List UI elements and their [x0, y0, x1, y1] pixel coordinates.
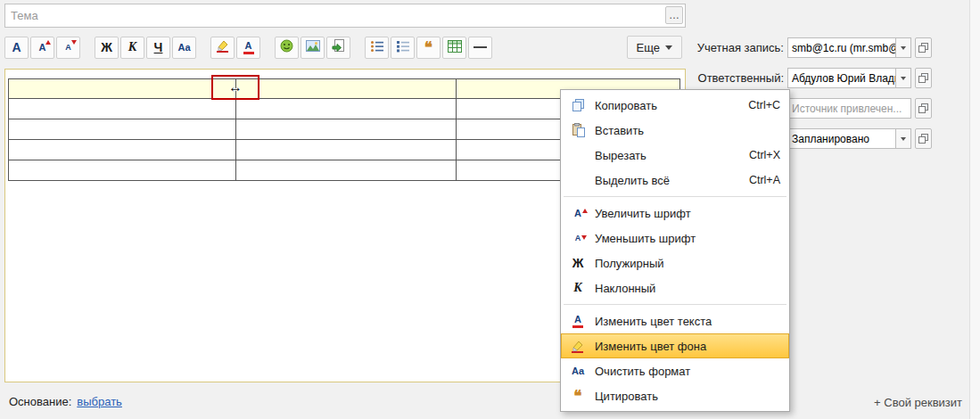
- background-color-icon: [566, 340, 589, 353]
- font-increase-button[interactable]: А: [30, 37, 54, 59]
- underline-icon: Ч: [154, 41, 163, 53]
- bullet-list-button[interactable]: [365, 37, 389, 59]
- source-placeholder[interactable]: Источник привлечен...: [788, 103, 910, 115]
- responsible-open-button[interactable]: [915, 68, 932, 88]
- open-icon: [918, 43, 928, 53]
- attach-button[interactable]: [326, 37, 350, 59]
- custom-attribute-link[interactable]: + Свой реквизит: [874, 396, 962, 409]
- more-button-label: Еще: [637, 41, 660, 54]
- account-open-button[interactable]: [915, 37, 932, 58]
- status-open-button[interactable]: [915, 128, 932, 149]
- bullet-list-icon: [370, 40, 384, 55]
- status-value[interactable]: Запланировано: [788, 133, 895, 145]
- table-cell[interactable]: [236, 119, 457, 140]
- open-icon: [918, 134, 928, 144]
- basis-select-link[interactable]: выбрать: [77, 395, 122, 408]
- image-button[interactable]: [301, 37, 325, 59]
- table-cell[interactable]: [9, 79, 236, 99]
- font-icon: А: [12, 41, 21, 53]
- subject-row: …: [4, 4, 686, 28]
- quote-icon: ❝: [424, 40, 432, 55]
- basis-row: Основание: выбрать: [9, 395, 122, 408]
- status-field[interactable]: Запланировано: [787, 128, 911, 149]
- bold-icon: Ж: [101, 41, 112, 53]
- menu-item-increase-font[interactable]: А Увеличить шрифт: [561, 201, 789, 226]
- responsible-field[interactable]: Абдулов Юрий Влади: [787, 68, 911, 88]
- font-button[interactable]: А: [4, 37, 29, 59]
- quote-button[interactable]: ❝: [416, 37, 441, 59]
- horizontal-line-button[interactable]: [468, 37, 492, 59]
- source-field[interactable]: Источник привлечен...: [787, 98, 911, 119]
- status-dropdown-button[interactable]: [895, 129, 910, 148]
- table-cell[interactable]: [236, 160, 457, 181]
- context-menu: Копировать Ctrl+C Вставить Вырезать Ctrl…: [560, 89, 790, 412]
- clear-format-icon: Aa: [566, 366, 589, 376]
- paste-icon: [566, 123, 589, 137]
- menu-item-background-color[interactable]: Изменить цвет фона: [561, 333, 789, 358]
- open-icon: [918, 73, 928, 83]
- font-increase-icon: А: [566, 209, 589, 218]
- text-color-icon: А: [566, 315, 589, 328]
- font-size-group: А А А: [4, 37, 80, 59]
- menu-item-bold[interactable]: Ж Полужирный: [561, 251, 789, 275]
- quote-icon: ❝: [566, 389, 589, 404]
- account-dropdown-button[interactable]: [895, 38, 910, 57]
- bold-icon: Ж: [566, 257, 589, 269]
- column-resize-indicator[interactable]: ↔: [211, 75, 259, 100]
- font-style-group: Ж К Ч Aa: [95, 37, 196, 59]
- chevron-down-icon: [901, 77, 906, 80]
- font-decrease-icon: А: [566, 234, 589, 242]
- font-decrease-button[interactable]: А: [56, 37, 80, 59]
- subject-expand-button[interactable]: …: [665, 6, 683, 24]
- menu-item-text-color[interactable]: А Изменить цвет текста: [561, 308, 789, 333]
- responsible-row: Ответственный: Абдулов Юрий Влади: [691, 68, 932, 88]
- menu-item-clear-format[interactable]: Aa Очистить формат: [561, 358, 789, 383]
- table-cell[interactable]: [9, 160, 236, 181]
- underline-button[interactable]: Ч: [146, 37, 170, 59]
- clear-format-button[interactable]: Aa: [172, 37, 196, 59]
- menu-item-cut[interactable]: Вырезать Ctrl+X: [561, 143, 789, 168]
- account-field[interactable]: smb@1c.ru (mr.smb@: [787, 37, 911, 58]
- bold-button[interactable]: Ж: [95, 37, 119, 59]
- emoticon-button[interactable]: [275, 37, 299, 59]
- formatting-toolbar: А А А Ж К Ч Aa: [4, 33, 686, 62]
- responsible-dropdown-button[interactable]: [895, 69, 910, 87]
- table-button[interactable]: [442, 37, 466, 59]
- account-row: Учетная запись: smb@1c.ru (mr.smb@: [691, 37, 932, 58]
- scrollbar[interactable]: [969, 0, 980, 419]
- numbered-list-button[interactable]: [391, 37, 415, 59]
- color-group: А: [210, 37, 260, 59]
- table-cell[interactable]: [236, 79, 457, 99]
- menu-item-decrease-font[interactable]: А Уменьшить шрифт: [561, 226, 789, 251]
- menu-item-quote[interactable]: ❝ Цитировать: [561, 383, 789, 408]
- attach-icon: [332, 39, 345, 55]
- responsible-value[interactable]: Абдулов Юрий Влади: [788, 72, 895, 85]
- subject-input[interactable]: [4, 4, 686, 28]
- font-decrease-icon: А: [65, 44, 71, 52]
- background-color-button[interactable]: [210, 37, 235, 59]
- menu-item-italic[interactable]: К Наклонный: [561, 275, 789, 300]
- account-value[interactable]: smb@1c.ru (mr.smb@: [788, 42, 895, 54]
- paragraph-group: ❝: [365, 37, 492, 59]
- table-cell[interactable]: [236, 99, 457, 119]
- table-icon: [448, 40, 462, 55]
- italic-icon: К: [128, 41, 137, 53]
- table-cell[interactable]: [9, 140, 236, 160]
- menu-separator: [564, 196, 786, 197]
- text-color-icon: А: [243, 41, 254, 54]
- table-cell[interactable]: [9, 119, 236, 140]
- clear-format-icon: Aa: [177, 43, 190, 53]
- table-cell[interactable]: [236, 140, 457, 160]
- source-open-button[interactable]: [915, 98, 932, 119]
- italic-button[interactable]: К: [120, 37, 144, 59]
- text-color-button[interactable]: А: [236, 37, 260, 59]
- responsible-label: Ответственный:: [691, 71, 784, 85]
- table-cell[interactable]: [9, 99, 236, 119]
- numbered-list-icon: [396, 40, 410, 55]
- menu-item-copy[interactable]: Копировать Ctrl+C: [561, 93, 789, 118]
- menu-item-select-all[interactable]: Выделить всё Ctrl+A: [561, 168, 789, 193]
- menu-item-paste[interactable]: Вставить: [561, 118, 789, 143]
- chevron-down-icon: [901, 46, 906, 50]
- emoticon-icon: [280, 39, 293, 55]
- more-button[interactable]: Еще: [627, 36, 682, 59]
